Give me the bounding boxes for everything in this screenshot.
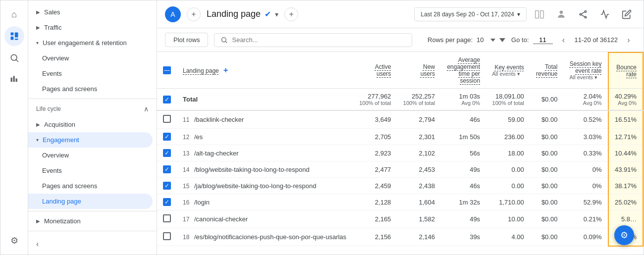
sidebar-item-monetization[interactable]: ▶ Monetization [28,213,153,229]
prev-page-btn[interactable]: ‹ [557,33,571,47]
row-checkbox-12[interactable]: ✓ [163,133,171,141]
row-num-13: 13 [183,150,189,157]
row-page-13[interactable]: /alt-tag-checker [194,150,239,157]
row-revenue-15: $0.00 [530,178,564,194]
date-range-text: Last 28 days Sep 20 - Oct 17, 2024 [421,11,514,18]
compare-columns-btn[interactable] [531,5,548,23]
row-num-page-cell-18: 18 /es/blog/notificaciones-push-que-son-… [177,228,353,246]
table-toolbar: Plot rows Rows per page: 10 25 50 100 Go… [157,28,644,52]
title-dropdown-btn[interactable]: ▾ [275,10,278,18]
th-new-users: Newusers [397,52,441,89]
next-page-btn[interactable]: › [622,33,636,47]
rows-per-page-select[interactable]: 10 25 50 100 [477,36,495,44]
go-to-input[interactable] [533,36,553,44]
reports-nav-btn[interactable] [4,26,24,46]
add-column-btn[interactable]: + [223,66,228,74]
row-checkbox-11[interactable] [163,115,171,123]
home-nav-btn[interactable]: ⌂ [4,4,24,24]
row-checkbox-cell-11 [157,110,177,129]
svg-rect-2 [14,33,18,38]
row-key-events-17: 10.00 [486,210,530,228]
share-btn[interactable] [574,5,592,23]
row-page-15[interactable]: /ja/blog/website-taking-too-long-to-resp… [194,182,316,190]
row-revenue-12: $0.00 [530,129,564,145]
total-active-users-val: 277,962 [368,93,391,100]
total-row: ✓ Total 277,962 100% of total 252,257 10… [157,89,643,111]
sidebar-item-overview2[interactable]: Overview [28,148,153,163]
sidebar-collapse-btn[interactable]: ‹ [28,234,157,255]
row-active-users-16: 2,128 [353,194,397,210]
nav-icon-bar: ⌂ ⚙ [0,0,28,255]
sidebar-item-events2[interactable]: Events [28,163,153,178]
table-row: 17 /canonical-checker 2,165 1,582 49s 10… [157,210,643,228]
sidebar-item-events1[interactable]: Events [28,66,153,81]
sidebar-item-user-engagement[interactable]: ▾ User engagement & retention [28,35,153,51]
sidebar-item-overview1[interactable]: Overview [28,51,153,66]
row-page-11[interactable]: /backlink-checker [194,116,244,123]
sidebar-item-pages-screens1[interactable]: Pages and screens [28,81,153,97]
key-events-filter[interactable]: All events ▾ [492,71,524,77]
date-range-selector[interactable]: Last 28 days Sep 20 - Oct 17, 2024 ▾ [414,7,527,21]
settings-nav-btn[interactable]: ⚙ [4,231,24,251]
row-bounce-rate-12: 12.71% [608,129,643,145]
sidebar-item-pages-screens2[interactable]: Pages and screens [28,178,153,194]
row-page-16[interactable]: /login [194,199,210,206]
row-bounce-rate-15: 38.17% [608,178,643,194]
row-page-17[interactable]: /canonical-checker [194,215,248,223]
sidebar-item-sales[interactable]: ▶ Sales [28,4,153,20]
row-num-page-cell-17: 17 /canonical-checker [177,210,353,228]
sidebar-item-landing-page[interactable]: Landing page [28,194,153,209]
row-checkbox-17[interactable] [163,214,171,222]
row-session-key-rate-12: 3.03% [563,129,608,145]
row-checkbox-16[interactable]: ✓ [163,198,171,206]
table-row: ✓ 14 /blog/website-taking-too-long-to-re… [157,161,643,178]
advertising-nav-btn[interactable] [4,70,24,90]
total-checkbox[interactable]: ✓ [163,96,171,103]
row-checkbox-15[interactable]: ✓ [163,182,171,190]
sidebar-label-pages-screens1: Pages and screens [42,85,97,93]
sidebar-item-engagement[interactable]: ▾ Engagement [28,132,153,148]
row-active-users-12: 2,705 [353,129,397,145]
total-bounce-rate-sub: Avg 0% [615,100,637,106]
sidebar-item-traffic[interactable]: ▶ Traffic [28,20,153,35]
row-checkbox-13[interactable]: ✓ [163,149,171,157]
select-all-checkbox[interactable]: — [163,66,171,74]
row-new-users-14: 2,453 [397,161,441,178]
add-view-btn[interactable]: + [284,7,298,21]
total-key-events-sub: 100% of total [492,100,524,106]
row-num-page-cell-14: 14 /blog/website-taking-too-long-to-resp… [177,161,353,178]
divider3 [28,231,157,231]
row-new-users-18: 2,146 [397,228,441,246]
insights-btn[interactable] [596,5,614,23]
user-icon-btn[interactable] [552,5,570,23]
add-tab-btn[interactable]: + [187,7,201,21]
row-checkbox-cell-15: ✓ [157,178,177,194]
total-checkbox-cell: ✓ [157,89,177,111]
row-session-key-rate-13: 0.33% [563,145,608,161]
session-key-filter[interactable]: All events ▾ [569,74,601,81]
explore-nav-btn[interactable] [4,48,24,68]
row-checkbox-14[interactable]: ✓ [163,165,171,173]
edit-btn[interactable] [618,5,636,23]
avatar[interactable]: A [165,6,181,22]
lifecycle-chevron[interactable]: ∧ [144,105,149,113]
total-active-users-sub: 100% of total [359,100,391,106]
svg-point-9 [585,10,586,12]
plot-rows-btn[interactable]: Plot rows [165,33,208,47]
row-active-users-17: 2,165 [353,210,397,228]
row-num-18: 18 [183,234,189,241]
search-input[interactable] [232,36,406,44]
row-page-18[interactable]: /es/blog/notificaciones-push-que-son-por… [194,233,346,241]
rows-per-page-control: Rows per page: 10 25 50 100 [428,36,505,44]
sidebar-label-events1: Events [42,70,62,77]
sidebar-item-acquisition[interactable]: ▶ Acquisition [28,117,153,132]
gear-fab-btn[interactable]: ⚙ [614,225,634,245]
total-label-cell: Total [177,89,353,111]
svg-line-15 [226,41,227,43]
row-page-12[interactable]: /es [194,133,203,141]
total-avg-engagement-val: 1m 03s [459,93,480,100]
row-checkbox-18[interactable] [163,232,171,240]
svg-line-13 [582,14,585,16]
row-page-14[interactable]: /blog/website-taking-too-long-to-respond [194,166,310,173]
sidebar-label-user-engagement: User engagement & retention [43,39,127,47]
